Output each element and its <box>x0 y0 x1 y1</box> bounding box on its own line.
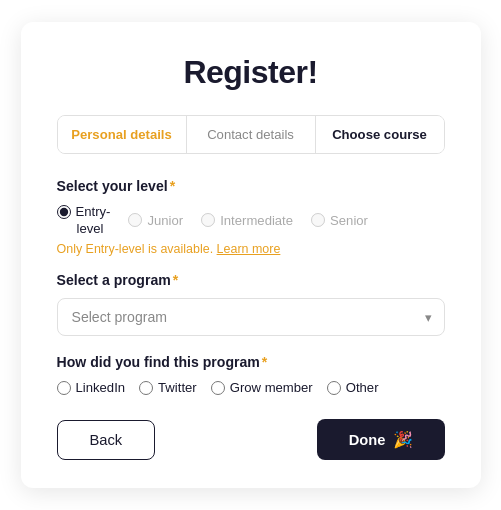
find-option-linkedin[interactable]: LinkedIn <box>57 380 126 395</box>
entry-label-level: level <box>57 221 104 236</box>
grow-label: Grow member <box>230 380 313 395</box>
linkedin-label: LinkedIn <box>76 380 126 395</box>
entry-label: Entry- <box>76 204 111 219</box>
back-button[interactable]: Back <box>57 420 156 460</box>
entry-only-note: Only Entry-level is available. Learn mor… <box>57 242 445 256</box>
find-options-row: LinkedIn Twitter Grow member Other <box>57 380 445 395</box>
find-option-grow[interactable]: Grow member <box>211 380 313 395</box>
intermediate-label: Intermediate <box>220 213 293 228</box>
level-required: * <box>170 178 175 194</box>
find-section: How did you find this program* LinkedIn … <box>57 354 445 395</box>
find-radio-grow[interactable] <box>211 381 225 395</box>
find-section-label: How did you find this program* <box>57 354 445 370</box>
done-label: Done <box>349 432 386 448</box>
level-radio-junior[interactable] <box>128 213 142 227</box>
level-option-intermediate[interactable]: Intermediate <box>201 213 293 228</box>
find-required: * <box>262 354 267 370</box>
program-select-wrapper: Select program Program A Program B Progr… <box>57 298 445 336</box>
tab-personal[interactable]: Personal details <box>58 116 187 153</box>
level-options-row: Entry- level Junior Intermediate Senior <box>57 204 445 236</box>
junior-label: Junior <box>147 213 183 228</box>
twitter-label: Twitter <box>158 380 197 395</box>
level-section-label: Select your level* <box>57 178 445 194</box>
register-card: Register! Personal details Contact detai… <box>21 22 481 488</box>
program-section-label: Select a program* <box>57 272 445 288</box>
program-required: * <box>173 272 178 288</box>
find-radio-linkedin[interactable] <box>57 381 71 395</box>
level-radio-senior[interactable] <box>311 213 325 227</box>
program-section: Select a program* Select program Program… <box>57 272 445 336</box>
button-row: Back Done 🎉 <box>57 419 445 460</box>
tab-contact[interactable]: Contact details <box>187 116 316 153</box>
find-option-other[interactable]: Other <box>327 380 379 395</box>
senior-label: Senior <box>330 213 368 228</box>
level-section: Select your level* Entry- level Junior I… <box>57 178 445 256</box>
find-radio-twitter[interactable] <box>139 381 153 395</box>
level-radio-intermediate[interactable] <box>201 213 215 227</box>
party-icon: 🎉 <box>393 430 413 449</box>
find-radio-other[interactable] <box>327 381 341 395</box>
level-option-junior[interactable]: Junior <box>128 213 183 228</box>
tab-choose-course[interactable]: Choose course <box>316 116 444 153</box>
other-label: Other <box>346 380 379 395</box>
find-option-twitter[interactable]: Twitter <box>139 380 197 395</box>
learn-more-link[interactable]: Learn more <box>217 242 281 256</box>
level-radio-entry[interactable] <box>57 205 71 219</box>
tabs-bar: Personal details Contact details Choose … <box>57 115 445 154</box>
level-option-entry[interactable]: Entry- level <box>57 204 111 236</box>
done-button[interactable]: Done 🎉 <box>317 419 445 460</box>
level-option-senior[interactable]: Senior <box>311 213 368 228</box>
program-select[interactable]: Select program Program A Program B Progr… <box>57 298 445 336</box>
page-title: Register! <box>57 54 445 91</box>
